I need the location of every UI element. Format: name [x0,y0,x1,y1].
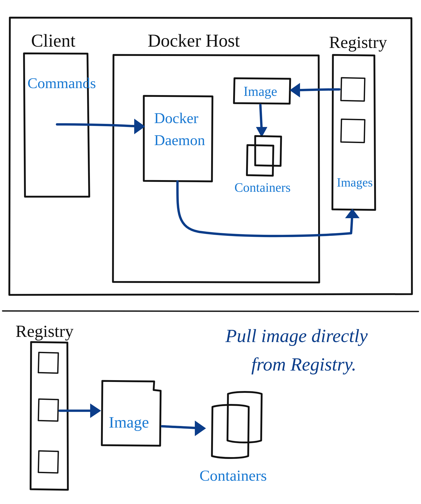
registry-image-box-1 [341,78,365,101]
client-commands-label: Commands [27,75,96,91]
registry-title-bottom: Registry [16,322,74,340]
arrowhead-image-to-containers-bottom [195,421,206,436]
host-container-front [247,145,273,176]
host-container-back [255,136,281,166]
registry-images-label: Images [337,175,373,189]
registry-bottom-img-1 [38,352,58,373]
docker-daemon-label-1: Docker [154,110,198,126]
arrow-registry-to-image [294,89,339,90]
outer-box [9,18,412,295]
arrowhead-registry-to-image-bottom [90,403,101,418]
host-image-label: Image [244,84,277,99]
registry-bottom-img-2 [38,399,58,421]
image-label-bottom: Image [109,413,149,431]
diagram-canvas: Client Commands Docker Host Docker Daemo… [0,0,421,504]
docker-daemon-label-2: Daemon [154,132,205,148]
docker-host-title: Docker Host [148,31,240,51]
containers-label-bottom: Containers [199,467,267,484]
containers-bottom-back [227,392,262,443]
arrowhead-registry-to-image [290,83,300,97]
host-containers-label: Containers [234,180,291,195]
note-line-2: from Registry. [251,354,356,375]
note-line-1: Pull image directly [225,325,368,346]
client-title: Client [31,31,76,51]
registry-image-box-2 [341,119,365,143]
arrow-client-to-daemon [57,124,140,126]
divider-line [3,311,418,311]
containers-bottom-front [212,405,249,458]
registry-box-bottom [31,342,68,490]
registry-bottom-img-3 [38,451,58,473]
registry-title-top: Registry [329,33,387,52]
